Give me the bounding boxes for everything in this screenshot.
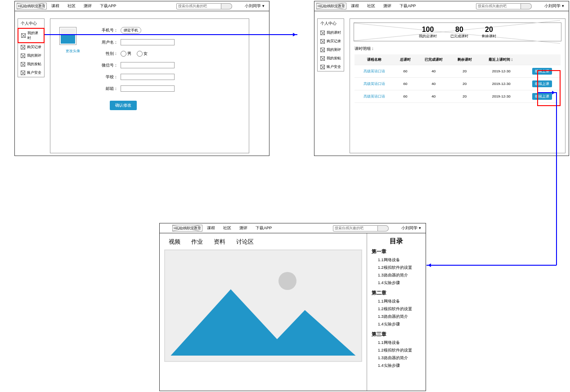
nav-download[interactable]: 下载APP: [100, 3, 116, 9]
flow-arrow-2h1: [538, 92, 557, 93]
nav-courses[interactable]: 课程: [51, 3, 59, 9]
x-icon: [21, 45, 25, 49]
username-input[interactable]: [121, 39, 175, 45]
sidebar-item-security[interactable]: 账户安全: [18, 68, 44, 77]
search-input[interactable]: [333, 225, 378, 232]
username-label: 用户名：: [100, 40, 118, 45]
logo[interactable]: HiU在线职业教育: [172, 225, 202, 232]
course-link[interactable]: 高级英语口语: [355, 90, 394, 103]
toc-item[interactable]: 1.2模拟软件的设置: [372, 264, 421, 272]
logo[interactable]: HiU在线职业教育: [316, 3, 346, 9]
toc-chapter[interactable]: 第一章: [372, 248, 421, 255]
table-row: 高级英语口语6040202019-12-30继续上课: [355, 65, 561, 78]
nav-community[interactable]: 社区: [67, 3, 76, 9]
screen-player: HiU在线职业教育 课程社区测评下载APP 小刘同学 ▾ 视频 作业 资料 讨论…: [159, 223, 426, 391]
continue-button[interactable]: 继续上课: [532, 80, 552, 87]
x-icon: [320, 56, 325, 61]
search-input[interactable]: [176, 3, 221, 9]
continue-button[interactable]: 继续上课: [532, 68, 552, 75]
toc-item[interactable]: 1.1网络设备: [372, 256, 421, 264]
x-icon: [21, 53, 25, 58]
sidebar-item-purchase[interactable]: 购买记录: [18, 43, 44, 51]
search-button[interactable]: [221, 3, 232, 9]
email-input[interactable]: [121, 85, 175, 92]
toc-item[interactable]: 1.1网络设备: [372, 298, 421, 305]
sidebar-item-test[interactable]: 我的测评: [318, 45, 344, 54]
header: HiU在线职业教育 课程 社区 测评 下载APP 小刘同学 ▾: [15, 1, 269, 11]
table-row: 高级英语口语6040202019-12-30继续上课: [355, 78, 561, 90]
toc-item[interactable]: 1.4实验步骤: [372, 279, 421, 287]
flow-arrow-1: [45, 34, 297, 35]
user-menu[interactable]: 小刘同学 ▾: [401, 225, 421, 231]
search-button[interactable]: [378, 225, 389, 232]
toc-item[interactable]: 1.3路由器的简介: [372, 272, 421, 279]
gender-male-radio[interactable]: [121, 51, 126, 57]
sidebar: 个人中心 我的课时 购买记录 我的测评 我的发帖 账户安全: [18, 18, 45, 77]
nav-test[interactable]: 测评: [84, 3, 92, 9]
submit-button[interactable]: 确认修改: [110, 101, 137, 110]
tab-homework[interactable]: 作业: [191, 238, 203, 246]
content-tabs: 视频 作业 资料 讨论区: [164, 235, 362, 246]
video-placeholder[interactable]: [164, 249, 362, 362]
mountain-icon: [171, 281, 356, 356]
toc-chapter[interactable]: 第三章: [372, 331, 421, 338]
search-input[interactable]: [476, 3, 521, 9]
school-input[interactable]: [121, 74, 175, 80]
toc-item[interactable]: 1.4实验步骤: [372, 321, 421, 328]
tab-video[interactable]: 视频: [169, 238, 180, 246]
x-icon: [320, 65, 325, 69]
change-avatar[interactable]: 更改头像: [59, 49, 86, 53]
sidebar-item-courses[interactable]: 我的课时: [18, 28, 45, 43]
bind-phone-button[interactable]: 绑定手机: [121, 27, 141, 34]
sidebar-item-courses[interactable]: 我的课时: [318, 28, 344, 37]
header: HiU在线职业教育 课程社区测评下载APP 小刘同学 ▾: [314, 1, 569, 11]
school-label: 学校：: [100, 74, 118, 80]
screen-profile: HiU在线职业教育 课程 社区 测评 下载APP 小刘同学 ▾ 个人中心 我的课…: [14, 1, 269, 156]
toc-item[interactable]: 1.3路由器的简介: [372, 313, 421, 321]
toc-item[interactable]: 1.1网络设备: [372, 339, 421, 347]
x-icon: [320, 39, 325, 44]
wechat-input[interactable]: [121, 62, 175, 68]
x-icon: [21, 62, 25, 67]
flow-arrow-2h2: [426, 265, 557, 266]
sidebar-item-post[interactable]: 我的发帖: [18, 60, 44, 68]
table-header: 课程名称总课时已完成课时剩余课时最近上课时间：: [355, 54, 561, 65]
avatar: [59, 27, 76, 45]
logo[interactable]: HiU在线职业教育: [17, 3, 47, 9]
continue-button[interactable]: 继续上课: [532, 93, 552, 100]
toc-item[interactable]: 1.4实验步骤: [372, 362, 421, 370]
toc-title: 目录: [372, 237, 421, 245]
toc-item[interactable]: 1.2模拟软件的设置: [372, 347, 421, 354]
toc-item[interactable]: 1.3路由器的简介: [372, 354, 421, 362]
toc-chapter[interactable]: 第二章: [372, 290, 421, 296]
user-menu[interactable]: 小刘同学 ▾: [544, 3, 564, 9]
hours-table: 课程名称总课时已完成课时剩余课时最近上课时间： 高级英语口语6040202019…: [355, 54, 561, 103]
tab-discuss[interactable]: 讨论区: [236, 238, 254, 246]
screen-hours: HiU在线职业教育 课程社区测评下载APP 小刘同学 ▾ 个人中心 我的课时 购…: [314, 1, 569, 156]
profile-panel: 更改头像 手机号：绑定手机 用户名： 性别： 男 女 微信号： 学校： 邮箱： …: [50, 18, 249, 153]
wechat-label: 微信号：: [100, 62, 118, 68]
sidebar-item-purchase[interactable]: 购买记录: [318, 37, 344, 45]
sidebar-item-test[interactable]: 我的测评: [18, 51, 44, 60]
table-row: 高级英语口语6040202019-12-30继续上课: [355, 90, 561, 103]
gender-female-radio[interactable]: [137, 51, 143, 57]
tab-material[interactable]: 资料: [214, 238, 225, 246]
x-icon: [21, 71, 25, 75]
svg-marker-0: [171, 289, 356, 356]
hours-panel: 100我的总课时 80已完成课时 20剩余课时 课时明细： 课程名称总课时已完成…: [350, 18, 566, 153]
course-link[interactable]: 高级英语口语: [355, 65, 394, 78]
search-button[interactable]: [521, 3, 532, 9]
sidebar-item-post[interactable]: 我的发帖: [318, 54, 344, 62]
course-link[interactable]: 高级英语口语: [355, 78, 394, 90]
email-label: 邮箱：: [100, 86, 118, 92]
player-main: 视频 作业 资料 讨论区: [160, 233, 367, 391]
user-menu[interactable]: 小刘同学 ▾: [245, 3, 265, 9]
toc-item[interactable]: 1.2模拟软件的设置: [372, 305, 421, 313]
sun-icon: [278, 272, 296, 290]
detail-title: 课时明细：: [355, 46, 561, 52]
x-icon: [320, 48, 325, 52]
search: [176, 3, 232, 9]
phone-label: 手机号：: [100, 27, 118, 33]
sidebar-item-security[interactable]: 账户安全: [318, 62, 344, 71]
gender-label: 性别：: [100, 51, 118, 57]
